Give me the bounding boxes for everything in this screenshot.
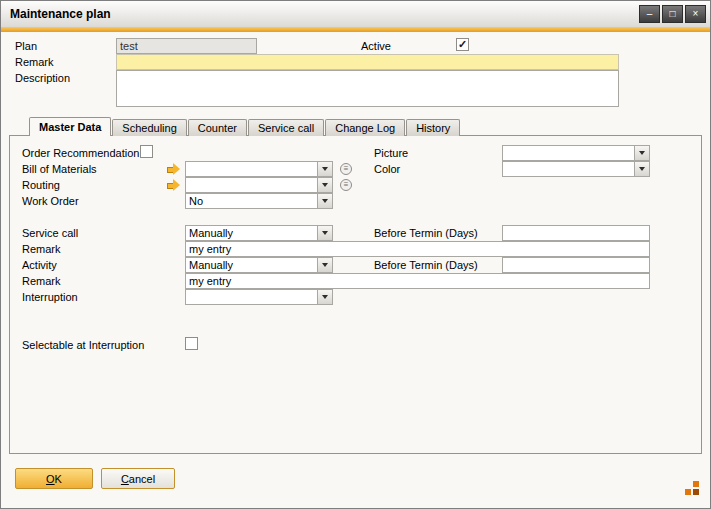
remark-label: Remark xyxy=(15,56,54,68)
dropdown-arrow-icon[interactable] xyxy=(317,290,332,304)
service-call-select[interactable]: Manually xyxy=(185,225,333,241)
activity-remark-input[interactable] xyxy=(185,273,650,289)
dropdown-arrow-icon[interactable] xyxy=(634,146,649,160)
title-bar[interactable]: Maintenance plan – □ × xyxy=(1,1,710,28)
activity-before-termin-input[interactable] xyxy=(502,257,650,273)
link-arrow-icon[interactable] xyxy=(167,179,181,192)
cancel-button[interactable]: Cancel xyxy=(101,468,175,489)
color-label: Color xyxy=(374,163,400,175)
order-recommendation-checkbox[interactable] xyxy=(140,145,153,158)
activity-before-termin-label: Before Termin (Days) xyxy=(374,259,478,271)
work-order-value: No xyxy=(186,194,317,208)
order-recommendation-label: Order Recommendation xyxy=(22,147,139,159)
plan-input[interactable] xyxy=(116,38,257,54)
accent-bar xyxy=(1,27,710,32)
dropdown-arrow-icon[interactable] xyxy=(317,162,332,176)
selectable-at-interruption-checkbox[interactable] xyxy=(185,337,198,350)
ok-button[interactable]: OK xyxy=(15,468,93,489)
dropdown-arrow-icon[interactable] xyxy=(317,194,332,208)
dropdown-arrow-icon[interactable] xyxy=(317,258,332,272)
picture-value xyxy=(503,146,634,160)
list-circle-icon[interactable] xyxy=(340,179,352,191)
dropdown-arrow-icon[interactable] xyxy=(317,178,332,192)
remark-input[interactable] xyxy=(116,54,619,70)
service-before-termin-input[interactable] xyxy=(502,225,650,241)
bill-of-materials-select[interactable] xyxy=(185,161,333,177)
activity-label: Activity xyxy=(22,259,57,271)
tab-change-log[interactable]: Change Log xyxy=(325,119,405,136)
picture-select[interactable] xyxy=(502,145,650,161)
window-controls: – □ × xyxy=(639,5,706,23)
minimize-icon[interactable]: – xyxy=(639,5,660,23)
interruption-select[interactable] xyxy=(185,289,333,305)
dropdown-arrow-icon[interactable] xyxy=(634,162,649,176)
tab-scheduling[interactable]: Scheduling xyxy=(112,119,186,136)
work-order-select[interactable]: No xyxy=(185,193,333,209)
interruption-label: Interruption xyxy=(22,291,78,303)
service-call-label: Service call xyxy=(22,227,78,239)
tab-strip: Master Data Scheduling Counter Service c… xyxy=(29,117,461,136)
description-input[interactable] xyxy=(116,70,619,107)
maximize-icon[interactable]: □ xyxy=(662,5,683,23)
link-arrow-icon[interactable] xyxy=(167,163,181,176)
tab-service-call[interactable]: Service call xyxy=(248,119,324,136)
check-mark-icon: ✓ xyxy=(457,39,468,50)
activity-select[interactable]: Manually xyxy=(185,257,333,273)
service-remark-label: Remark xyxy=(22,243,61,255)
tab-history[interactable]: History xyxy=(406,119,460,136)
color-select[interactable] xyxy=(502,161,650,177)
picture-label: Picture xyxy=(374,147,408,159)
close-icon[interactable]: × xyxy=(685,5,706,23)
window-title: Maintenance plan xyxy=(10,7,111,21)
active-checkbox[interactable]: ✓ xyxy=(456,38,469,51)
maintenance-plan-window: Maintenance plan – □ × Plan Active ✓ Rem… xyxy=(0,0,711,509)
interruption-value xyxy=(186,290,317,304)
selectable-at-interruption-label: Selectable at Interruption xyxy=(22,339,144,351)
service-before-termin-label: Before Termin (Days) xyxy=(374,227,478,239)
routing-label: Routing xyxy=(22,179,60,191)
master-data-panel: Order Recommendation Picture Bill of Mat… xyxy=(9,135,702,454)
color-value xyxy=(503,162,634,176)
plan-label: Plan xyxy=(15,40,37,52)
resize-grip-icon[interactable] xyxy=(685,481,699,495)
activity-value: Manually xyxy=(186,258,317,272)
bill-of-materials-value xyxy=(186,162,317,176)
description-label: Description xyxy=(15,72,70,84)
tab-counter[interactable]: Counter xyxy=(188,119,247,136)
activity-remark-label: Remark xyxy=(22,275,61,287)
tab-master-data[interactable]: Master Data xyxy=(29,117,111,136)
service-remark-input[interactable] xyxy=(185,241,650,257)
routing-value xyxy=(186,178,317,192)
service-call-value: Manually xyxy=(186,226,317,240)
work-order-label: Work Order xyxy=(22,195,79,207)
list-circle-icon[interactable] xyxy=(340,163,352,175)
dropdown-arrow-icon[interactable] xyxy=(317,226,332,240)
bill-of-materials-label: Bill of Materials xyxy=(22,163,97,175)
active-label: Active xyxy=(361,40,391,52)
routing-select[interactable] xyxy=(185,177,333,193)
